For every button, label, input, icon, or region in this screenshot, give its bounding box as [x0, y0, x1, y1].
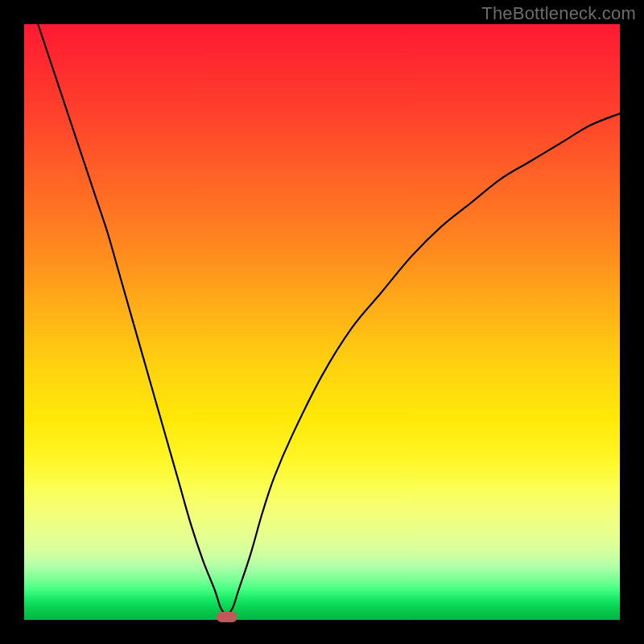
chart-frame: TheBottleneck.com [0, 0, 644, 644]
watermark-text: TheBottleneck.com [481, 3, 636, 24]
plot-area [24, 24, 620, 620]
bottleneck-curve [24, 24, 620, 620]
min-marker [217, 612, 237, 622]
